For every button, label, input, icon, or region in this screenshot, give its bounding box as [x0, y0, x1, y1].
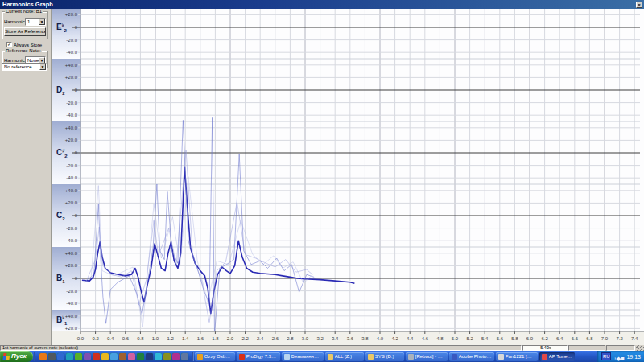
x-tick-label: 0.6 — [122, 336, 130, 341]
task-label: Безымянный - Бло... — [291, 352, 321, 361]
cents-tick-label: +40.0 — [65, 63, 78, 68]
clock[interactable]: 19:13 — [626, 354, 641, 360]
x-tick-label: 7.0 — [601, 336, 609, 341]
cents-tick-label: -40.0 — [66, 50, 77, 55]
quick-launch-icon[interactable] — [39, 353, 47, 360]
task-label: Ozzy Osbourne - M... — [204, 352, 233, 361]
x-tick-label: 6.2 — [541, 336, 548, 341]
folder-icon — [368, 354, 374, 360]
close-icon[interactable]: × — [636, 2, 642, 8]
harmonics-plot[interactable]: 0.00.20.40.60.81.01.21.41.61.82.02.22.42… — [52, 9, 644, 345]
harmonic-label: Harmonic: — [4, 19, 26, 24]
chevron-down-icon[interactable]: ▼ — [39, 19, 45, 25]
window-title: Harmonics Graph — [2, 1, 53, 8]
quick-launch-icon[interactable] — [101, 353, 109, 360]
quick-launch-icon[interactable] — [172, 353, 180, 360]
x-tick-label: 3.6 — [347, 336, 354, 341]
quick-launch-icon[interactable] — [181, 353, 188, 360]
reference-select[interactable]: No reference ▼ — [2, 63, 47, 71]
quick-launch-icon[interactable] — [84, 353, 91, 360]
always-store-label: Always Store — [14, 43, 42, 47]
task-button[interactable]: AP Tuner 3 — [539, 352, 575, 361]
taskbar-separator — [34, 352, 35, 361]
task-button[interactable]: Безымянный - Бло... — [282, 352, 324, 361]
quick-launch-icon[interactable] — [66, 353, 73, 360]
cents-tick-label: +20.0 — [65, 200, 78, 205]
x-tick-label: 5.6 — [497, 336, 504, 341]
x-tick-label: 5.0 — [452, 336, 459, 341]
quick-launch-icon[interactable] — [57, 353, 64, 360]
task-button[interactable]: Fan1221 [modified] — [496, 352, 538, 361]
notepad-icon — [284, 354, 290, 360]
task-button[interactable]: ProDigy 7.3 LT - v 1... — [237, 352, 280, 361]
title-bar[interactable]: Harmonics Graph × — [0, 0, 644, 9]
chevron-down-icon[interactable]: ▼ — [39, 64, 46, 70]
keyboard-layout-indicator[interactable]: RU — [601, 352, 611, 360]
task-label: ProDigy 7.3 LT - v 1... — [246, 352, 278, 361]
control-panel: Current Note: B1 Harmonic: 1 ▼ Store As … — [0, 9, 52, 345]
quick-launch-icon[interactable] — [119, 353, 126, 360]
tray-icons: ♪◆■ — [613, 349, 624, 362]
taskbar: Пуск Ozzy Osbourne - M...ProDigy 7.3 LT … — [0, 351, 644, 362]
x-tick-label: 6.4 — [556, 336, 564, 341]
task-button[interactable]: SYS (D:) — [365, 352, 404, 361]
task-label: [Reboot] - Opera co... — [415, 352, 445, 361]
cents-tick-label: -20.0 — [66, 226, 77, 231]
x-tick-label: 1.6 — [197, 336, 204, 341]
cents-tick-label: +20.0 — [65, 263, 78, 268]
always-store-row: ✓ Always Store — [6, 42, 42, 47]
x-tick-label: 4.2 — [391, 336, 398, 341]
folder-icon — [328, 354, 333, 360]
x-tick-label: 7.2 — [616, 336, 623, 341]
x-tick-label: 2.6 — [272, 336, 279, 341]
ap-tuner-icon — [542, 354, 547, 360]
current-note-label: Current Note: B1 — [5, 9, 43, 14]
quick-launch-icon[interactable] — [75, 353, 82, 360]
current-note-group: Current Note: B1 Harmonic: 1 ▼ Store As … — [2, 11, 48, 39]
task-button[interactable]: ALL (Z:) — [325, 352, 364, 361]
cents-tick-label: +20.0 — [65, 75, 78, 80]
store-as-reference-button[interactable]: Store As Reference — [4, 27, 46, 36]
cents-tick-label: -40.0 — [66, 238, 77, 243]
quick-launch-icon[interactable] — [146, 353, 153, 360]
x-tick-label: 2.8 — [287, 336, 294, 341]
always-store-checkbox[interactable]: ✓ — [6, 42, 12, 47]
cents-tick-label: +20.0 — [65, 138, 78, 142]
quick-launch-icon[interactable] — [48, 353, 56, 360]
harmonic-select[interactable]: 1 ▼ — [25, 18, 46, 26]
x-tick-label: 1.2 — [167, 336, 174, 341]
x-tick-label: 2.0 — [227, 336, 234, 341]
cents-tick-label: -40.0 — [66, 301, 77, 306]
cents-tick-label: +40.0 — [65, 125, 78, 130]
x-tick-label: 2.2 — [242, 336, 249, 341]
x-tick-label: 4.8 — [436, 336, 444, 341]
quick-launch-icon[interactable] — [155, 353, 162, 360]
x-tick-label: 4.0 — [377, 336, 384, 341]
start-button[interactable]: Пуск — [0, 351, 33, 362]
task-button[interactable]: [Reboot] - Opera co... — [406, 352, 448, 361]
x-tick-label: 5.2 — [466, 336, 473, 341]
browser-icon — [408, 354, 414, 360]
x-tick-label: 0.4 — [107, 336, 114, 341]
x-tick-label: 6.0 — [526, 336, 534, 341]
status-bar: 1st harmonic of current note (selected) … — [0, 345, 644, 351]
quick-launch-icon[interactable] — [137, 353, 144, 360]
task-button[interactable]: Ozzy Osbourne - M... — [195, 352, 235, 361]
system-tray: RU ♪◆■ 19:13 — [597, 351, 644, 362]
cents-tick-label: +40.0 — [65, 251, 78, 256]
quick-launch-icon[interactable] — [128, 353, 135, 360]
quick-launch-icon[interactable] — [110, 353, 118, 360]
cents-tick-label: -20.0 — [66, 289, 77, 294]
cents-tick-label: +20.0 — [65, 326, 78, 331]
quick-launch-icon[interactable] — [93, 353, 100, 360]
x-tick-label: 1.8 — [212, 336, 219, 341]
tray-app-icon[interactable]: ■ — [621, 356, 624, 361]
media-player-icon — [197, 354, 203, 360]
task-label: Adobe Photoshop C... — [459, 352, 492, 361]
cents-tick-label: +20.0 — [65, 12, 78, 17]
quick-launch-icon[interactable] — [163, 353, 171, 360]
prodigy-icon — [239, 354, 245, 360]
task-button[interactable]: Adobe Photoshop C... — [449, 352, 494, 361]
x-tick-label: 5.4 — [481, 336, 489, 341]
resize-grip[interactable] — [636, 345, 644, 351]
